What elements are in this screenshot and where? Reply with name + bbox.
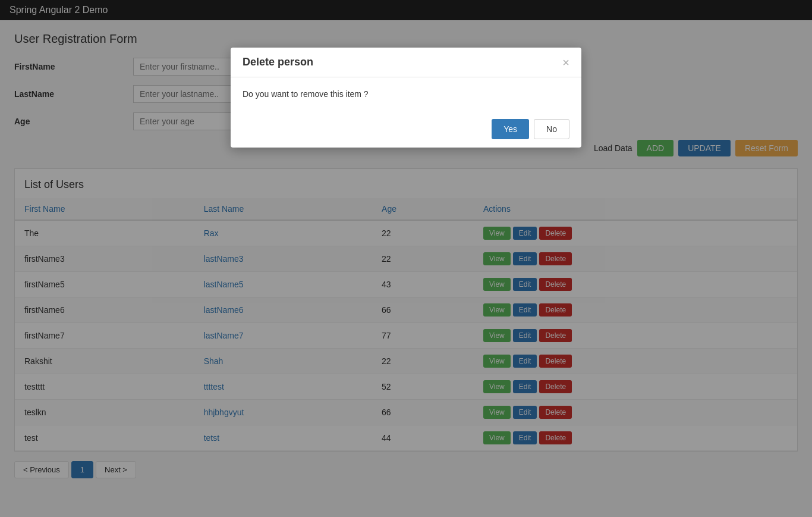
modal-no-button[interactable]: No [534,119,569,139]
delete-modal: Delete person × Do you want to remove th… [231,48,581,148]
modal-header: Delete person × [231,48,581,77]
modal-message: Do you want to remove this item ? [243,89,369,99]
modal-yes-button[interactable]: Yes [492,119,529,139]
modal-title: Delete person [243,56,313,68]
modal-body: Do you want to remove this item ? [231,77,581,111]
modal-footer: Yes No [231,111,581,148]
modal-overlay: Delete person × Do you want to remove th… [0,0,812,517]
modal-close-button[interactable]: × [562,57,569,68]
